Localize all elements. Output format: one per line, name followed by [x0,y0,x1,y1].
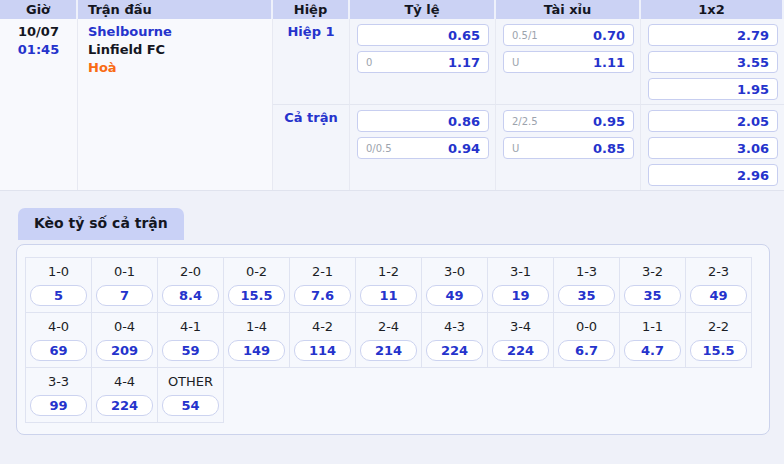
score-cell: 1-335 [554,258,620,313]
1x2-odds-button[interactable]: 3.06 [648,137,778,159]
correct-score-panel: 1-050-172-08.40-215.52-17.61-2113-0493-1… [16,244,770,435]
score-odds-button[interactable]: 6.7 [558,340,615,361]
score-cell: 2-215.5 [686,313,752,368]
empty-cell [620,368,686,423]
score-odds-button[interactable]: 54 [162,395,219,416]
score-label: 1-2 [356,264,421,279]
score-label: 0-4 [92,319,157,334]
tab-correct-score[interactable]: Kèo tỷ số cả trận [18,208,184,240]
score-odds-button[interactable]: 224 [492,340,549,361]
score-row: 3-3994-4224OTHER54 [26,368,752,423]
1x2-odds-button[interactable]: 3.55 [648,51,778,73]
odds-value: 3.06 [737,141,769,156]
over-under-line-label: U [512,143,519,154]
score-cell: 0-4209 [92,313,158,368]
score-odds-button[interactable]: 15.5 [690,340,747,361]
header-handicap: Tỷ lệ [350,0,496,19]
score-label: 2-0 [158,264,223,279]
kickoff-time: 01:45 [0,41,77,59]
handicap-odds-button[interactable]: 0/0.5 0.94 [357,137,489,159]
score-cell: 4-4224 [92,368,158,423]
over-under-odds-button[interactable]: 2/2.5 0.95 [503,110,634,132]
score-label: 4-4 [92,374,157,389]
header-over-under: Tài xỉu [496,0,641,19]
score-odds-button[interactable]: 4.7 [624,340,681,361]
score-odds-button[interactable]: 224 [426,340,483,361]
score-odds-button[interactable]: 99 [30,395,87,416]
1x2-odds-button[interactable]: 2.79 [648,24,778,46]
score-odds-button[interactable]: 15.5 [228,285,285,306]
score-cell: 2-4214 [356,313,422,368]
1x2-odds-button[interactable]: 2.05 [648,110,778,132]
score-odds-button[interactable]: 49 [690,285,747,306]
score-label: 3-3 [26,374,91,389]
score-label: 3-0 [422,264,487,279]
score-cell: 4-159 [158,313,224,368]
over-under-odds-button[interactable]: U 1.11 [503,51,634,73]
score-cell: 0-17 [92,258,158,313]
score-cell: 1-4149 [224,313,290,368]
score-odds-button[interactable]: 49 [426,285,483,306]
score-odds-button[interactable]: 35 [624,285,681,306]
score-cell: 4-069 [26,313,92,368]
score-odds-button[interactable]: 209 [96,340,153,361]
score-odds-button[interactable]: 7.6 [294,285,351,306]
odds-value: 0.86 [448,114,480,129]
section-label-first-half: Hiệp 1 [273,19,350,105]
score-odds-button[interactable]: 224 [96,395,153,416]
score-cell: 3-049 [422,258,488,313]
score-odds-button[interactable]: 11 [360,285,417,306]
score-label: 0-0 [554,319,619,334]
score-odds-button[interactable]: 19 [492,285,549,306]
score-cell: 3-119 [488,258,554,313]
match-teams-cell: Shelbourne Linfield FC Hoà [78,19,273,190]
score-odds-button[interactable]: 214 [360,340,417,361]
score-cell: 4-3224 [422,313,488,368]
header-1x2: 1x2 [641,0,784,19]
score-grid: 1-050-172-08.40-215.52-17.61-2113-0493-1… [25,257,752,423]
score-odds-button[interactable]: 5 [30,285,87,306]
score-odds-button[interactable]: 114 [294,340,351,361]
empty-cell [554,368,620,423]
score-odds-button[interactable]: 149 [228,340,285,361]
odds-value: 2.79 [737,28,769,43]
over-under-line-label: 2/2.5 [512,116,538,127]
score-row: 1-050-172-08.40-215.52-17.61-2113-0493-1… [26,258,752,313]
score-cell: 2-17.6 [290,258,356,313]
odds-value: 0.70 [593,28,625,43]
handicap-line-label: 0 [366,57,372,68]
1x2-odds-button[interactable]: 1.95 [648,78,778,100]
away-team-name: Linfield FC [88,41,272,59]
handicap-odds-button[interactable]: 0 1.17 [357,51,489,73]
score-label: 0-2 [224,264,289,279]
score-odds-button[interactable]: 35 [558,285,615,306]
score-cell: 1-05 [26,258,92,313]
match-odds-table: Giờ Trận đấu Hiệp Tỷ lệ Tài xỉu 1x2 10/0… [0,0,784,191]
score-odds-button[interactable]: 69 [30,340,87,361]
score-odds-button[interactable]: 7 [96,285,153,306]
header-match: Trận đấu [78,0,273,19]
handicap-odds-button[interactable]: 0.65 [357,24,489,46]
score-label: 1-0 [26,264,91,279]
score-odds-button[interactable]: 59 [162,340,219,361]
score-label: 0-1 [92,264,157,279]
score-label: 4-3 [422,319,487,334]
score-label: 1-4 [224,319,289,334]
over-under-odds-button[interactable]: U 0.85 [503,137,634,159]
score-cell: 2-349 [686,258,752,313]
1x2-odds-button[interactable]: 2.96 [648,164,778,186]
over-under-odds-button[interactable]: 0.5/1 0.70 [503,24,634,46]
score-label: 2-4 [356,319,421,334]
odds-value: 1.95 [737,82,769,97]
handicap-line-label: 0/0.5 [366,143,392,154]
score-odds-button[interactable]: 8.4 [162,285,219,306]
handicap-cell-ft: 0.86 0/0.5 0.94 [350,105,496,190]
header-time: Giờ [0,0,78,19]
odds-value: 1.17 [448,55,480,70]
score-label: 2-3 [686,264,751,279]
handicap-cell-h1: 0.65 0 1.17 [350,19,496,105]
score-cell: 1-14.7 [620,313,686,368]
handicap-odds-button[interactable]: 0.86 [357,110,489,132]
score-label: 3-1 [488,264,553,279]
odds-value: 3.55 [737,55,769,70]
